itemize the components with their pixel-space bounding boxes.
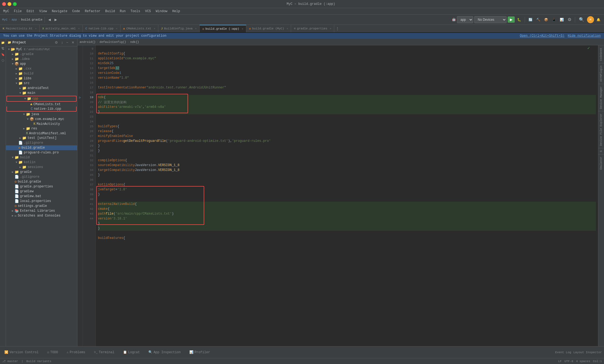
expand-arrow-extlibs[interactable]: ▶ — [11, 209, 15, 212]
tab-buildgradle-myc[interactable]: ⚙ build.gradle (MyC) ✕ — [246, 25, 291, 32]
tree-item-gitignore-root[interactable]: 📄 .gitignore — [6, 174, 77, 179]
expand-arrow-res[interactable]: ▶ — [22, 127, 26, 130]
tab-close-icon[interactable]: ✕ — [286, 27, 288, 30]
expand-arrow-cpp[interactable]: ▼ — [23, 97, 27, 100]
tab-buildgradle-app[interactable]: ⚙ build.gradle (:app) ✕ — [200, 25, 246, 32]
bottom-tab-terminal[interactable]: >_ Terminal — [92, 349, 117, 355]
expand-arrow[interactable]: ▶ — [11, 57, 15, 61]
resource-manager-icon[interactable]: 📁 — [0, 40, 6, 45]
layout-inspector-link[interactable]: Layout Inspector — [573, 351, 602, 354]
expand-arrow[interactable]: ▶ — [15, 67, 18, 70]
tab-close-icon[interactable]: ✕ — [35, 27, 37, 30]
tree-item-build-app[interactable]: ▶ 📁 build — [6, 71, 77, 76]
menu-run[interactable]: Run — [118, 9, 128, 14]
avd-manager-button[interactable]: 📱 — [551, 17, 557, 22]
structure-icon[interactable]: 🏗 — [0, 46, 6, 51]
panel-close-button[interactable]: ✕ — [70, 40, 76, 45]
tab-activitymain[interactable]: X activity_main.xml ✕ — [40, 25, 83, 32]
tree-item-scratches[interactable]: ▶ ✏ Scratches and Consoles — [6, 213, 77, 218]
device-manager-tab[interactable]: Device Manager — [599, 85, 603, 111]
tab-close-icon[interactable]: ✕ — [78, 27, 80, 30]
tree-item-gradlew[interactable]: 📄 gradlew — [6, 189, 77, 194]
tree-item-settingsgradle[interactable]: ⚙ settings.gradle — [6, 204, 77, 208]
device-dropdown[interactable]: No Devices — [474, 16, 507, 23]
device-file-explorer-tab[interactable]: Device File Explorer — [599, 112, 603, 147]
expand-arrow-build[interactable]: ▼ — [11, 156, 15, 159]
back-button[interactable]: ◀ — [47, 17, 52, 22]
menu-build[interactable]: Build — [103, 9, 117, 14]
git-branch[interactable]: ⎇ master — [2, 359, 18, 363]
tree-item-manifest[interactable]: X AndroidManifest.xml — [6, 131, 77, 136]
breadcrumb-ndk[interactable]: ndk{} — [130, 40, 139, 44]
debug-button[interactable]: 🐛 — [516, 17, 523, 22]
sdk-manager-button[interactable]: 📦 — [543, 17, 550, 22]
tree-item-package[interactable]: ▼ 📦 com.example.myc — [6, 117, 77, 122]
tree-item-gradlew-bat[interactable]: 📄 gradlew.bat — [6, 194, 77, 199]
tab-buildconfig[interactable]: J BuildConfig.java ✕ — [158, 25, 200, 32]
menu-file[interactable]: File — [12, 9, 24, 14]
menu-code[interactable]: Code — [70, 9, 82, 14]
tree-item-cmakelists[interactable]: ▲ CMakeLists.txt — [6, 102, 77, 107]
encoding-status[interactable]: UTF-8 — [564, 360, 573, 363]
tree-item-main[interactable]: ▼ 📁 main — [6, 91, 77, 95]
expand-arrow-pkg[interactable]: ▼ — [26, 118, 30, 121]
emulator-tab[interactable]: Emulator — [599, 155, 603, 171]
menu-tools[interactable]: Tools — [128, 9, 142, 14]
forward-button[interactable]: ▶ — [53, 17, 58, 22]
tab-nativelib[interactable]: C native-lib.cpp ✕ — [83, 25, 121, 32]
expand-arrow-app[interactable]: ▼ — [11, 63, 15, 66]
menu-help[interactable]: Help — [170, 9, 182, 14]
notifications-button[interactable]: 🔔 — [595, 17, 602, 22]
event-log-link[interactable]: Event Log — [555, 351, 571, 354]
build-variants-icon[interactable]: ⬡ — [0, 58, 6, 63]
expand-arrow-scratches[interactable]: ▶ — [11, 214, 15, 217]
menu-edit[interactable]: Edit — [24, 9, 36, 14]
expand-arrow-gradle[interactable]: ▶ — [11, 170, 15, 174]
expand-arrow-src[interactable]: ▼ — [15, 82, 18, 85]
tree-item-build-root[interactable]: ▼ 📁 build — [6, 155, 77, 160]
bottom-tab-profiler[interactable]: 📊 Profiler — [187, 349, 212, 355]
expand-arrow-test[interactable]: ▶ — [18, 136, 22, 140]
bottom-tab-problems[interactable]: ⚠ Problems — [64, 349, 87, 355]
build-button[interactable]: 🔨 — [535, 17, 542, 22]
tree-item-localprops[interactable]: 📄 local.properties — [6, 199, 77, 204]
menu-navigate[interactable]: Navigate — [50, 9, 70, 14]
tree-item-myc[interactable]: ▼ 📂 MyC E:\androidSJ\MyC — [6, 47, 77, 52]
tree-item-buildgradle-root[interactable]: ⚙ build.gradle — [6, 179, 77, 184]
panel-sort-button[interactable]: ↕ — [60, 40, 64, 45]
tree-item-gradle-hidden[interactable]: ▶ 📁 .gradle — [6, 52, 77, 57]
expand-arrow-kotlin[interactable]: ▼ — [15, 161, 18, 164]
hide-notification-link[interactable]: Hide notification — [568, 34, 601, 38]
tabs-overflow-button[interactable]: ⋮ — [334, 27, 341, 31]
breadcrumb-myc[interactable]: MyC — [2, 18, 8, 21]
g-tab[interactable]: G — [599, 149, 603, 154]
expand-arrow[interactable]: ▶ — [15, 72, 18, 75]
minimize-button[interactable]: − — [8, 2, 11, 6]
tree-item-gradleprops[interactable]: 📄 gradle.properties — [6, 184, 77, 189]
maximize-button[interactable]: + — [13, 2, 17, 6]
bottom-tab-todo[interactable]: ☑ TODO — [45, 349, 60, 355]
tree-item-mainactivity[interactable]: K MainActivity — [6, 122, 77, 126]
tab-close-icon[interactable]: ✕ — [195, 27, 197, 30]
panel-collapse-button[interactable]: − — [65, 40, 69, 45]
tree-item-kotlin[interactable]: ▼ 📁 kotlin — [6, 160, 77, 165]
expand-arrow-myc[interactable]: ▼ — [7, 48, 11, 51]
tree-item-cpp[interactable]: ▼ 📁 cpp — [6, 96, 77, 102]
tree-item-sessions[interactable]: ▶ 📁 sessions — [6, 165, 77, 170]
run-gutter-icon[interactable]: ▷ — [79, 95, 81, 99]
expand-arrow[interactable]: ▶ — [15, 77, 18, 80]
menu-window[interactable]: Window — [153, 9, 169, 14]
search-button[interactable]: 🔍 — [577, 16, 586, 23]
bottom-tab-logcat[interactable]: 📋 Logcat — [121, 349, 142, 355]
code-editor[interactable]: ✓ defaultConfig { applicationId — [96, 45, 598, 346]
tab-close-icon[interactable]: ✕ — [116, 27, 118, 30]
expand-arrow-main[interactable]: ▼ — [18, 92, 22, 95]
tab-close-icon[interactable]: ✕ — [242, 27, 243, 30]
tree-item-external-libs[interactable]: ▶ 📚 External Libraries — [6, 208, 77, 213]
expand-arrow-sessions[interactable]: ▶ — [18, 166, 22, 169]
breadcrumb-android[interactable]: android{} — [80, 40, 95, 44]
bottom-tab-versioncontrol[interactable]: 🔀 Version Control — [2, 349, 41, 355]
asyncplugin-tab[interactable]: ASYNPlugin — [599, 64, 603, 83]
bookmarks-icon[interactable]: 🔖 — [0, 52, 6, 57]
line-separator-status[interactable]: LF — [558, 360, 562, 363]
